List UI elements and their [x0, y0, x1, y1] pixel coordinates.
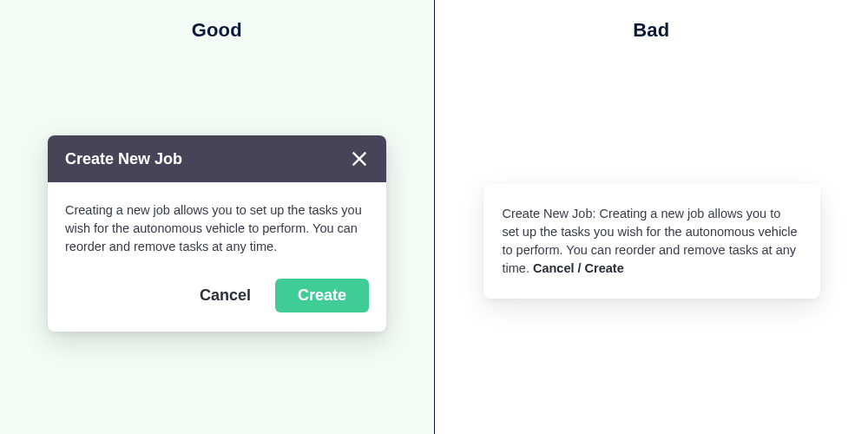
dialog-body-text: Creating a new job allows you to set up …: [48, 182, 386, 263]
dialog-actions: Cancel Create: [48, 263, 386, 332]
bad-card-actions-text: Cancel / Create: [533, 261, 624, 275]
bad-pane: Bad Create New Job: Creating a new job a…: [435, 0, 869, 434]
dialog-title: Create New Job: [65, 150, 182, 168]
comparison-container: Good Create New Job Creating a new job a…: [0, 0, 868, 434]
create-job-dialog: Create New Job Creating a new job allows…: [48, 135, 386, 332]
good-pane: Good Create New Job Creating a new job a…: [0, 0, 434, 434]
cancel-button[interactable]: Cancel: [200, 286, 251, 305]
bad-card-prefix: Create New Job:: [503, 207, 600, 220]
good-heading: Good: [0, 19, 434, 42]
dialog-header: Create New Job: [48, 135, 386, 182]
close-icon[interactable]: [350, 149, 369, 168]
create-button[interactable]: Create: [275, 279, 369, 312]
bad-example-card: Create New Job: Creating a new job allow…: [483, 184, 820, 299]
bad-heading: Bad: [435, 19, 869, 42]
